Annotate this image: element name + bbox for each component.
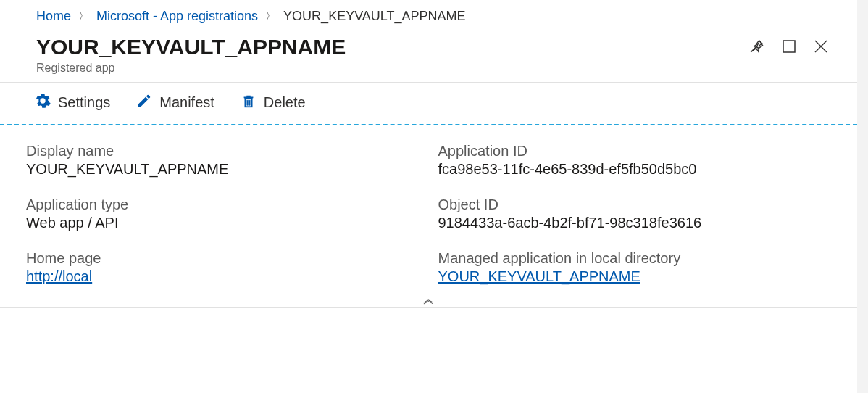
- bottom-divider: [0, 307, 857, 326]
- trash-icon: [241, 93, 256, 112]
- page-title: YOUR_KEYVAULT_APPNAME: [36, 34, 346, 60]
- delete-button[interactable]: Delete: [241, 93, 306, 112]
- home-page-link[interactable]: http://local: [26, 268, 92, 284]
- field-display-name: Display name YOUR_KEYVAULT_APPNAME: [26, 143, 409, 178]
- field-label: Home page: [26, 250, 409, 267]
- field-application-type: Application type Web app / API: [26, 196, 409, 231]
- breadcrumb-chevron-icon: 〉: [265, 9, 276, 23]
- page-subtitle: Registered app: [36, 62, 346, 75]
- toolbar-manifest-label: Manifest: [159, 94, 214, 111]
- blade-header: YOUR_KEYVAULT_APPNAME Registered app: [0, 30, 857, 83]
- manifest-button[interactable]: Manifest: [136, 93, 214, 112]
- field-value: 9184433a-6acb-4b2f-bf71-98c318fe3616: [438, 215, 822, 231]
- close-icon: [814, 39, 828, 56]
- double-chevron-up-icon: ︽: [423, 293, 435, 305]
- field-object-id: Object ID 9184433a-6acb-4b2f-bf71-98c318…: [438, 196, 822, 231]
- field-value: Web app / API: [26, 215, 409, 231]
- field-label: Application ID: [438, 143, 822, 160]
- pin-button[interactable]: [748, 38, 764, 57]
- breadcrumb: Home 〉 Microsoft - App registrations 〉 Y…: [0, 0, 857, 30]
- settings-button[interactable]: Settings: [35, 93, 110, 112]
- field-label: Object ID: [438, 196, 822, 213]
- collapse-toggle[interactable]: ︽: [0, 292, 857, 307]
- pencil-icon: [136, 93, 152, 112]
- toolbar-settings-label: Settings: [58, 94, 110, 111]
- field-home-page: Home page http://local: [26, 250, 409, 285]
- maximize-button[interactable]: [782, 39, 796, 56]
- toolbar-delete-label: Delete: [264, 94, 306, 111]
- managed-app-link[interactable]: YOUR_KEYVAULT_APPNAME: [438, 268, 640, 284]
- field-application-id: Application ID fca98e53-11fc-4e65-839d-e…: [438, 143, 822, 178]
- breadcrumb-home[interactable]: Home: [36, 9, 71, 24]
- toolbar: Settings Manifest Delete: [0, 83, 857, 124]
- close-button[interactable]: [814, 39, 828, 56]
- field-managed-app: Managed application in local directory Y…: [438, 250, 822, 285]
- field-label: Application type: [26, 196, 409, 213]
- field-label: Managed application in local directory: [438, 250, 822, 267]
- pin-icon: [748, 38, 764, 57]
- gear-icon: [35, 93, 51, 112]
- svg-rect-1: [783, 41, 795, 52]
- breadcrumb-chevron-icon: 〉: [78, 9, 89, 23]
- field-value: fca98e53-11fc-4e65-839d-ef5fb50d5bc0: [438, 161, 822, 178]
- square-icon: [782, 39, 796, 56]
- field-label: Display name: [26, 143, 409, 160]
- breadcrumb-current: YOUR_KEYVAULT_APPNAME: [283, 9, 465, 24]
- scrollbar[interactable]: [857, 0, 868, 393]
- breadcrumb-parent[interactable]: Microsoft - App registrations: [96, 9, 258, 24]
- details-grid: Display name YOUR_KEYVAULT_APPNAME Appli…: [0, 125, 857, 294]
- field-value: YOUR_KEYVAULT_APPNAME: [26, 161, 409, 178]
